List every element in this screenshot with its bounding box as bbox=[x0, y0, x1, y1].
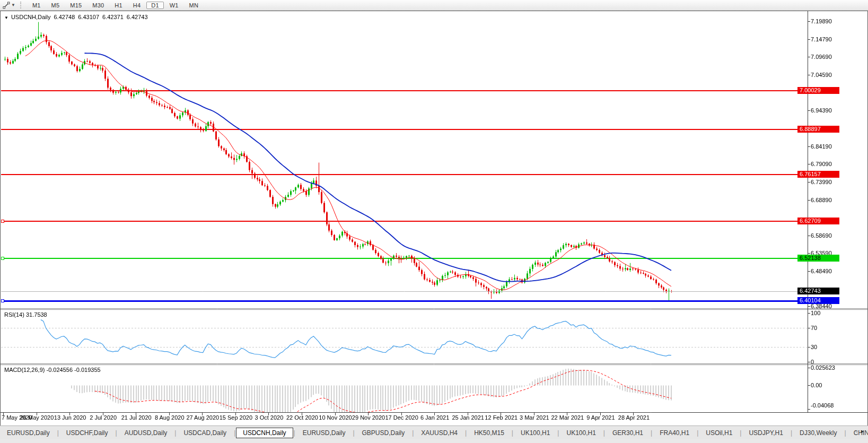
tab-gbpusd-daily[interactable]: GBPUSD,Daily bbox=[355, 428, 412, 438]
timeframe-toolbar: ▼ M1M5M15M30H1H4D1W1MN bbox=[0, 0, 868, 11]
tab-usdcnh-daily[interactable]: USDCNH,Daily bbox=[236, 428, 293, 438]
level-price-tag: 7.00029 bbox=[797, 87, 839, 94]
timeframe-button-m15[interactable]: M15 bbox=[65, 2, 86, 9]
date-axis-label: 29 Nov 2020 bbox=[350, 414, 387, 421]
tab-uk100-h1[interactable]: UK100,H1 bbox=[514, 428, 557, 438]
status-strip bbox=[0, 439, 868, 443]
timeframe-button-d1[interactable]: D1 bbox=[146, 2, 163, 9]
date-axis-label: 13 Jun 2020 bbox=[51, 414, 89, 421]
level-price-tag: 6.88897 bbox=[797, 126, 839, 133]
price-axis-tick: 6.94390 bbox=[811, 107, 832, 114]
trading-terminal: ▼ M1M5M15M30H1H4D1W1MN ▼USDCNH,Daily6.42… bbox=[0, 0, 868, 443]
tab-audusd-daily[interactable]: AUDUSD,Daily bbox=[118, 428, 174, 438]
tab-divider: | bbox=[465, 429, 467, 437]
date-axis-label: 25 Jan 2021 bbox=[450, 414, 487, 421]
tab-scroll-right-icon[interactable]: ► bbox=[860, 429, 866, 434]
date-axis-label: 2 Jul 2020 bbox=[85, 414, 122, 421]
rsi-pane-title: RSI(14) 31.7538 bbox=[4, 311, 47, 318]
level-price-tag: 6.52138 bbox=[797, 255, 839, 262]
tab-divider: | bbox=[353, 429, 354, 437]
toolbar-grip[interactable] bbox=[20, 2, 24, 8]
timeframe-button-m30[interactable]: M30 bbox=[87, 2, 109, 9]
tab-divider: | bbox=[603, 429, 605, 437]
tab-dj30-weekly[interactable]: DJ30,Weekly bbox=[793, 428, 844, 438]
level-price-tag: 6.40104 bbox=[797, 297, 839, 304]
timeframe-button-h1[interactable]: H1 bbox=[110, 2, 127, 9]
timeframe-buttons: M1M5M15M30H1H4D1W1MN bbox=[27, 2, 204, 9]
price-axis-tick: 6.79090 bbox=[811, 161, 832, 168]
rsi-axis-tick: 70 bbox=[811, 325, 817, 332]
chart-canvas[interactable] bbox=[1, 11, 867, 425]
macd-indicator-label: MACD(12,26,9) bbox=[4, 367, 45, 373]
tab-scroll-arrows: ◄► bbox=[854, 429, 866, 434]
tab-divider: | bbox=[557, 429, 559, 437]
rsi-axis-tick: 100 bbox=[811, 310, 820, 317]
tab-usdchf-daily[interactable]: USDCHF,Daily bbox=[59, 428, 115, 438]
date-axis-label: 8 Aug 2020 bbox=[151, 414, 188, 421]
tab-fra40-h1[interactable]: FRA40,H1 bbox=[653, 428, 696, 438]
tab-hk50-m15[interactable]: HK50,M15 bbox=[467, 428, 511, 438]
tab-divider: | bbox=[651, 429, 652, 437]
tab-divider: | bbox=[740, 429, 741, 437]
macd-pane-title: MACD(12,26,9) -0.024556 -0.019355 bbox=[4, 367, 101, 373]
price-axis-tick: 6.68890 bbox=[811, 197, 832, 204]
tab-divider: | bbox=[412, 429, 414, 437]
macd-axis-tick: 0.00 bbox=[811, 382, 822, 389]
date-axis-label: 21 Jul 2020 bbox=[118, 414, 155, 421]
timeframe-button-m1[interactable]: M1 bbox=[28, 2, 46, 9]
level-price-tag: 6.62709 bbox=[797, 218, 839, 224]
trendline-tool-icon[interactable] bbox=[2, 1, 11, 9]
chart-window[interactable]: ▼USDCNH,Daily6.427486.431076.423716.4274… bbox=[0, 11, 868, 426]
tab-scroll-left-icon[interactable]: ◄ bbox=[854, 429, 860, 434]
tab-usoil-h1[interactable]: USOil,H1 bbox=[699, 428, 739, 438]
symbol-dropdown-icon[interactable]: ▼ bbox=[4, 15, 8, 20]
tab-eurusd-daily[interactable]: EURUSD,Daily bbox=[0, 428, 57, 438]
date-axis-label: 10 Nov 2020 bbox=[317, 414, 354, 421]
tab-uk100-h1[interactable]: UK100,H1 bbox=[559, 428, 602, 438]
trendline-glyph bbox=[3, 2, 10, 9]
price-axis-tick: 7.19890 bbox=[811, 18, 832, 25]
date-axis-label: 28 Apr 2021 bbox=[615, 414, 652, 421]
date-axis-label: 22 Oct 2020 bbox=[284, 414, 321, 421]
macd-axis-tick: 0.025623 bbox=[811, 364, 835, 371]
date-axis-label: 17 Dec 2020 bbox=[383, 414, 420, 421]
timeframe-button-m5[interactable]: M5 bbox=[47, 2, 65, 9]
tab-divider: | bbox=[697, 429, 698, 437]
rsi-indicator-label: RSI(14) bbox=[4, 311, 24, 318]
chart-tab-bar: EURUSD,Daily|USDCHF,Daily|AUDUSD,Daily|U… bbox=[0, 425, 868, 439]
date-axis-label: 26 May 2020 bbox=[19, 414, 56, 421]
price-axis-tick: 6.38440 bbox=[811, 303, 832, 310]
price-axis-tick: 7.04590 bbox=[811, 72, 832, 79]
tab-usdcad-daily[interactable]: USDCAD,Daily bbox=[177, 428, 233, 438]
price-axis-tick: 6.73990 bbox=[811, 179, 832, 186]
date-axis-label: 9 Apr 2021 bbox=[582, 414, 619, 421]
tab-divider: | bbox=[791, 429, 792, 437]
timeframe-button-h4[interactable]: H4 bbox=[128, 2, 145, 9]
price-axis-tick: 6.48490 bbox=[811, 268, 832, 275]
bar-high-value: 6.43107 bbox=[78, 14, 99, 20]
date-axis-label: 3 Mar 2021 bbox=[516, 414, 553, 421]
rsi-axis-tick: 30 bbox=[811, 344, 817, 351]
timeframe-button-mn[interactable]: MN bbox=[185, 2, 204, 9]
date-axis-label: 6 Jan 2021 bbox=[416, 414, 453, 421]
rsi-indicator-value: 31.7538 bbox=[26, 311, 47, 318]
timeframe-button-w1[interactable]: W1 bbox=[165, 2, 183, 9]
date-axis-label: 12 Feb 2021 bbox=[483, 414, 520, 421]
tab-ger30-h1[interactable]: GER30,H1 bbox=[606, 428, 650, 438]
tab-divider: | bbox=[116, 429, 117, 437]
tab-divider: | bbox=[512, 429, 513, 437]
tab-usdjpy-h1[interactable]: USDJPY,H1 bbox=[742, 428, 790, 438]
bar-low-value: 6.42371 bbox=[102, 14, 124, 20]
tab-xauusd-h4[interactable]: XAUUSD,H4 bbox=[414, 428, 464, 438]
current-price-tag: 6.42743 bbox=[797, 288, 839, 294]
bar-close-value: 6.42743 bbox=[127, 14, 148, 20]
price-axis-tick: 7.14790 bbox=[811, 36, 832, 43]
tab-eurusd-daily[interactable]: EURUSD,Daily bbox=[296, 428, 353, 438]
tab-divider: | bbox=[174, 429, 176, 437]
macd-axis-tick: -0.04068 bbox=[811, 402, 834, 409]
date-axis-label: 15 Sep 2020 bbox=[217, 414, 255, 421]
date-axis-label: 3 Oct 2020 bbox=[250, 414, 287, 421]
chevron-down-icon[interactable]: ▼ bbox=[11, 3, 15, 7]
chart-title: ▼USDCNH,Daily6.427486.431076.423716.4274… bbox=[4, 14, 148, 20]
bar-open-value: 6.42748 bbox=[54, 14, 75, 20]
